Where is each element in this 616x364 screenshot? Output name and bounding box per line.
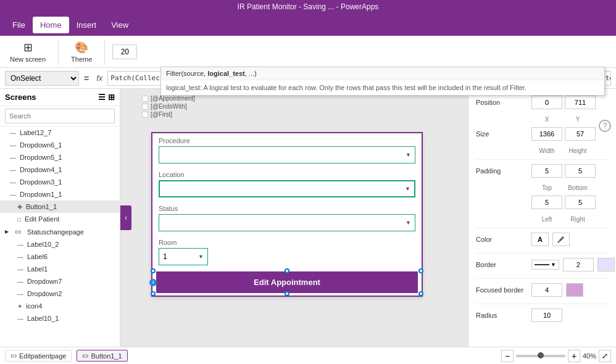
procedure-field: Procedure ▼ (152, 133, 422, 167)
marker-appointment: [@Appointment] (142, 95, 195, 102)
item-label: Label6 (27, 253, 48, 260)
handle-tr[interactable] (418, 268, 423, 273)
item-label: Label12_7 (20, 129, 51, 136)
position-y-input[interactable] (565, 96, 596, 109)
new-screen-button[interactable]: ⊞ New screen (5, 38, 51, 65)
list-item[interactable]: — Dropdown5_1 (0, 151, 120, 163)
property-dropdown[interactable]: OnSelect (5, 71, 79, 86)
marker-label: [@Appointment] (151, 95, 195, 102)
menu-insert[interactable]: Insert (69, 17, 104, 33)
marker-checkbox (142, 96, 148, 102)
autocomplete-highlight: logical_test (207, 70, 245, 77)
grid-view-icon[interactable]: ⊞ (108, 93, 115, 102)
list-item[interactable]: □ Edit Patient (0, 213, 120, 225)
help-button[interactable]: ? (599, 120, 611, 132)
item-icon: — (17, 315, 23, 322)
edit-appointment-button[interactable]: Edit Appointment (156, 271, 418, 293)
list-item[interactable]: — Label10_2 (0, 238, 120, 250)
handle-tc[interactable] (285, 268, 289, 273)
border-line-preview (535, 264, 549, 265)
padding-top-input[interactable] (531, 164, 562, 178)
theme-button[interactable]: 🎨 Theme (66, 38, 97, 65)
size-height-input[interactable] (565, 127, 596, 141)
procedure-dropdown[interactable]: ▼ (159, 146, 415, 163)
padding-left-input[interactable] (531, 196, 562, 209)
font-size-input[interactable] (112, 44, 137, 59)
border-color-swatch[interactable] (597, 258, 615, 271)
border-width-input[interactable] (563, 258, 594, 271)
color-controls: A (531, 233, 570, 246)
expand-button[interactable]: ⤢ (599, 350, 611, 362)
list-item[interactable]: — Label12_7 (0, 126, 120, 139)
list-item[interactable]: — Dropdown7 (0, 275, 120, 287)
screen-list: — Label12_7 — Dropdown6_1 — Dropdown5_1 … (0, 126, 120, 347)
marker-label: [@First] (151, 111, 172, 118)
new-screen-icon: ⊞ (23, 41, 33, 54)
zoom-slider[interactable] (516, 355, 565, 357)
list-item-selected[interactable]: ✚ Button1_1 (0, 201, 120, 213)
divider-2 (476, 228, 609, 228)
color-row: Color A (476, 231, 609, 248)
dropdown-arrow-icon: ▼ (406, 220, 411, 226)
handle-br[interactable] (418, 291, 423, 296)
zoom-plus-button[interactable]: + (568, 350, 580, 362)
zoom-minus-button[interactable]: − (501, 350, 514, 362)
group-arrow-icon: ▶ (5, 229, 9, 234)
item-label: Dropdown5_1 (20, 154, 62, 161)
canvas-toggle[interactable]: ‹ (120, 205, 131, 230)
menu-home[interactable]: Home (33, 17, 69, 33)
size-width-input[interactable] (531, 127, 562, 141)
svg-point-0 (558, 241, 560, 243)
right-panel: ? Position X Y Siz (468, 89, 616, 347)
focused-border-color-swatch[interactable] (566, 283, 583, 297)
canvas-markers: [@Appointment] [@EndsWith] [@First] (142, 95, 195, 118)
status-dropdown[interactable]: ▼ (159, 214, 415, 231)
padding-lr-labels: Left Right (531, 216, 609, 223)
zoom-controls: − + 40% ⤢ (501, 350, 611, 362)
divider-3 (476, 253, 609, 254)
room-dropdown[interactable]: 1 ▼ (159, 248, 208, 265)
search-input[interactable] (5, 109, 115, 123)
focused-border-controls (531, 283, 609, 297)
radius-input[interactable] (531, 308, 562, 322)
padding-right-input[interactable] (565, 196, 596, 209)
list-item[interactable]: — Dropdown2 (0, 287, 120, 300)
border-style-selector[interactable]: ▼ (531, 260, 559, 270)
screens-title: Screens (5, 93, 36, 102)
button1-tab[interactable]: ▭ Button1_1 (77, 350, 127, 362)
size-wh-labels: Width Height (531, 147, 609, 154)
list-item[interactable]: — Label6 (0, 250, 120, 263)
editpatientpage-tab[interactable]: ▭ Editpatientpage (5, 350, 72, 362)
list-item[interactable]: — Dropdown4_1 (0, 163, 120, 176)
list-view-icon[interactable]: ☰ (98, 93, 106, 102)
title-text: IR Patient Monitor - Saving ... - PowerA… (238, 2, 379, 11)
list-item[interactable]: — Dropdown3_1 (0, 176, 120, 188)
color-picker-icon[interactable] (552, 233, 570, 246)
handle-lc[interactable]: I (149, 279, 157, 286)
divider-1 (476, 159, 609, 160)
handle-tl[interactable] (151, 268, 156, 273)
list-item[interactable]: — Dropdown1_1 (0, 188, 120, 201)
menu-file[interactable]: File (5, 17, 33, 33)
ribbon: ⊞ New screen 🎨 Theme (0, 36, 616, 68)
list-item[interactable]: — Label10_1 (0, 312, 120, 325)
zoom-slider-thumb[interactable] (538, 352, 544, 358)
item-label: Dropdown6_1 (20, 141, 62, 149)
focused-border-width-input[interactable] (531, 283, 562, 297)
padding-lr-row (476, 194, 609, 211)
screen-group-statuschangepage[interactable]: ▶ ▭ Statuschangepage (0, 225, 120, 238)
padding-bottom-input[interactable] (565, 164, 596, 178)
position-x-input[interactable] (531, 96, 562, 109)
menu-view[interactable]: View (104, 17, 136, 33)
list-item[interactable]: — Label1 (0, 263, 120, 275)
item-label: Edit Patient (25, 215, 59, 223)
border-label: Border (476, 261, 531, 268)
y-label: Y (562, 116, 593, 123)
handle-bl[interactable] (151, 291, 156, 296)
handle-bc[interactable] (285, 291, 289, 296)
list-item[interactable]: ✦ icon4 (0, 300, 120, 312)
item-icon: □ (17, 216, 21, 223)
list-item[interactable]: — Dropdown6_1 (0, 139, 120, 151)
location-dropdown[interactable]: ▼ (159, 180, 415, 197)
color-text-swatch[interactable]: A (531, 233, 549, 246)
